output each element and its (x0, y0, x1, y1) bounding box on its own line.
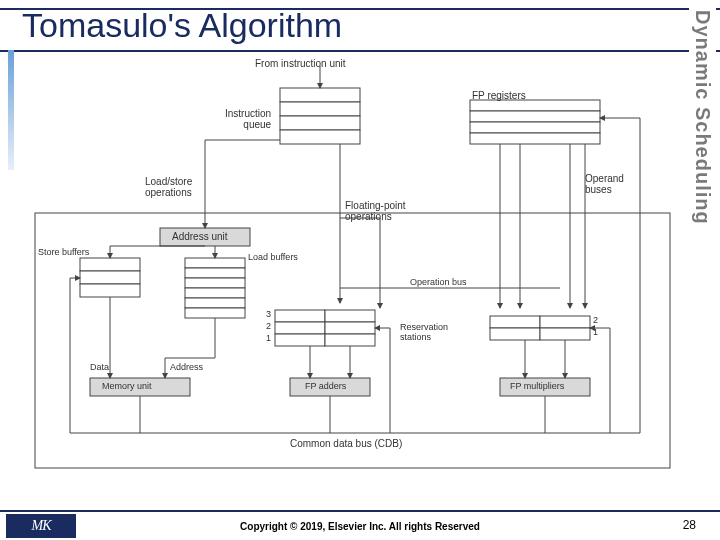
svg-rect-41 (325, 334, 375, 346)
lbl-fp-ops: Floating-pointoperations (345, 200, 406, 222)
lbl-from-instruction-unit: From instruction unit (255, 58, 346, 69)
lbl-fp-multipliers: FP multipliers (510, 382, 564, 392)
svg-rect-45 (540, 328, 590, 340)
svg-rect-1 (280, 88, 360, 102)
svg-rect-23 (185, 278, 245, 288)
svg-rect-21 (185, 258, 245, 268)
lbl-memory-unit: Memory unit (102, 382, 152, 392)
lbl-fp-registers: FP registers (472, 90, 526, 101)
svg-rect-42 (490, 316, 540, 328)
lbl-instruction-queue: Instructionqueue (225, 108, 271, 130)
svg-rect-3 (280, 116, 360, 130)
lbl-rs2: 2 (266, 322, 271, 332)
lbl-load-store-ops: Load/storeoperations (145, 176, 192, 198)
svg-rect-8 (470, 122, 600, 133)
svg-rect-38 (275, 322, 325, 334)
tomasulo-diagram: From instruction unit Instructionqueue F… (30, 58, 680, 478)
svg-rect-4 (280, 130, 360, 144)
svg-rect-43 (540, 316, 590, 328)
svg-rect-26 (185, 308, 245, 318)
lbl-load-buffers: Load buffers (248, 253, 298, 263)
svg-rect-22 (185, 268, 245, 278)
lbl-store-buffers: Store buffers (38, 248, 89, 258)
lbl-address-unit: Address unit (172, 231, 228, 242)
svg-rect-2 (280, 102, 360, 116)
lbl-rs1: 1 (266, 334, 271, 344)
copyright-text: Copyright © 2019, Elsevier Inc. All righ… (0, 521, 720, 532)
svg-rect-40 (275, 334, 325, 346)
lbl-rs3: 3 (266, 310, 271, 320)
svg-rect-39 (325, 322, 375, 334)
svg-rect-24 (185, 288, 245, 298)
svg-rect-15 (80, 271, 140, 284)
page-number: 28 (683, 518, 696, 532)
lbl-rsr2: 2 (593, 316, 598, 326)
slide-title: Tomasulo's Algorithm (22, 6, 342, 45)
slide: Tomasulo's Algorithm Dynamic Scheduling (0, 0, 720, 540)
lbl-rsr1: 1 (593, 328, 598, 338)
lbl-address: Address (170, 363, 203, 373)
accent-bar (8, 50, 14, 170)
svg-rect-7 (470, 111, 600, 122)
diagram-svg (30, 58, 680, 478)
svg-rect-36 (275, 310, 325, 322)
svg-rect-25 (185, 298, 245, 308)
lbl-reservation-stations: Reservationstations (400, 323, 448, 343)
svg-rect-14 (80, 258, 140, 271)
lbl-fp-adders: FP adders (305, 382, 346, 392)
sidebar-label: Dynamic Scheduling (689, 8, 716, 227)
svg-rect-16 (80, 284, 140, 297)
svg-rect-9 (470, 133, 600, 144)
svg-rect-6 (470, 100, 600, 111)
svg-rect-44 (490, 328, 540, 340)
lbl-operand-buses: Operandbuses (585, 173, 624, 195)
lbl-cdb: Common data bus (CDB) (290, 438, 402, 449)
lbl-data: Data (90, 363, 109, 373)
svg-rect-37 (325, 310, 375, 322)
lbl-operation-bus: Operation bus (410, 278, 467, 288)
